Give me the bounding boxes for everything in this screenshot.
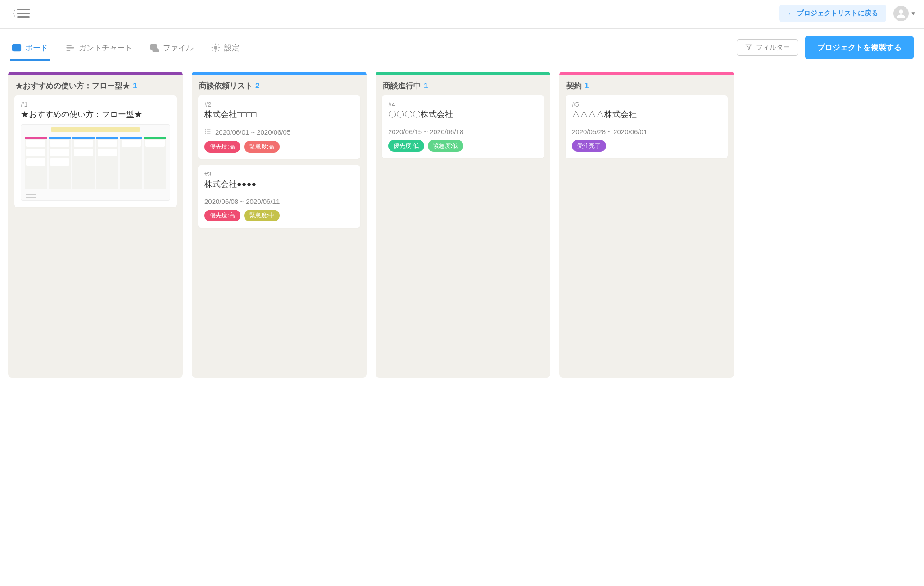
svg-point-5 xyxy=(18,48,19,49)
list-icon xyxy=(204,128,212,136)
card-number: #2 xyxy=(204,101,354,108)
filter-button[interactable]: フィルター xyxy=(737,39,798,56)
column-count: 1 xyxy=(133,81,137,90)
tab-label: ボード xyxy=(25,43,48,53)
column-stripe xyxy=(192,72,367,75)
view-tabs: ボード ガントチャート ファイル 設定 xyxy=(10,39,241,61)
card-number: #5 xyxy=(572,101,721,108)
card-date-range: 2020/06/08 ~ 2020/06/11 xyxy=(204,198,280,205)
tag: 優先度:低 xyxy=(388,140,424,152)
filter-icon xyxy=(745,43,752,52)
duplicate-project-button[interactable]: プロジェクトを複製する xyxy=(805,36,914,59)
svg-point-0 xyxy=(899,9,903,14)
gantt-icon xyxy=(65,43,75,53)
svg-point-10 xyxy=(214,46,217,49)
column-header[interactable]: ★おすすめの使い方：フロー型★1 xyxy=(8,75,183,95)
back-to-project-list[interactable]: ← プロジェクトリストに戻る xyxy=(779,5,886,22)
tab-board[interactable]: ボード xyxy=(10,39,50,61)
gear-icon xyxy=(211,43,221,53)
column-title: 商談進行中 xyxy=(383,81,421,91)
back-label: プロジェクトリストに戻る xyxy=(797,9,878,18)
tag: 緊急度:中 xyxy=(244,210,280,221)
card-date-range: 2020/05/28 ~ 2020/06/01 xyxy=(572,128,647,135)
column-header[interactable]: 商談依頼リスト2 xyxy=(192,75,367,95)
column-title: 契約 xyxy=(566,81,582,91)
card-dates: 2020/06/08 ~ 2020/06/11 xyxy=(204,198,354,205)
column-title: ★おすすめの使い方：フロー型★ xyxy=(15,81,130,91)
tag: 優先度:高 xyxy=(204,141,240,153)
column-body: #4〇〇〇〇株式会社2020/06/15 ~ 2020/06/18優先度:低緊急… xyxy=(376,95,550,164)
column-body: #2株式会社□□□□2020/06/01 ~ 2020/06/05優先度:高緊急… xyxy=(192,95,367,234)
column-count: 1 xyxy=(584,81,589,90)
kanban-board[interactable]: ★おすすめの使い方：フロー型★1#1★おすすめの使い方：フロー型★ 商談依頼リス… xyxy=(0,63,924,386)
tab-label: ガントチャート xyxy=(79,43,132,53)
svg-point-4 xyxy=(18,46,19,47)
tab-gantt[interactable]: ガントチャート xyxy=(63,39,134,61)
column-header[interactable]: 契約1 xyxy=(559,75,734,95)
board-column[interactable]: 商談依頼リスト2#2株式会社□□□□2020/06/01 ~ 2020/06/0… xyxy=(192,72,367,378)
card-title: △△△△株式会社 xyxy=(572,109,721,120)
topbar-right: ← プロジェクトリストに戻る ▼ xyxy=(779,5,916,22)
column-title: 商談依頼リスト xyxy=(199,81,253,91)
column-count: 1 xyxy=(424,81,428,90)
card-title: ★おすすめの使い方：フロー型★ xyxy=(21,109,170,120)
svg-point-16 xyxy=(205,133,206,133)
svg-point-14 xyxy=(205,129,206,130)
toolbar: ボード ガントチャート ファイル 設定 フィルター xyxy=(0,29,924,63)
file-cloud-icon xyxy=(149,43,159,53)
column-stripe xyxy=(559,72,734,75)
card-tags: 優先度:高緊急度:高 xyxy=(204,141,354,153)
tab-label: ファイル xyxy=(163,43,194,53)
tab-label: 設定 xyxy=(224,43,240,53)
kanban-card[interactable]: #5△△△△株式会社2020/05/28 ~ 2020/06/01受注完了 xyxy=(566,95,728,158)
kanban-card[interactable]: #4〇〇〇〇株式会社2020/06/15 ~ 2020/06/18優先度:低緊急… xyxy=(382,95,544,158)
tag: 緊急度:高 xyxy=(244,141,280,153)
filter-label: フィルター xyxy=(756,43,790,52)
card-number: #4 xyxy=(388,101,538,108)
avatar-icon xyxy=(893,6,909,21)
chevron-left-icon: 〈 xyxy=(8,8,16,19)
kanban-card[interactable]: #2株式会社□□□□2020/06/01 ~ 2020/06/05優先度:高緊急… xyxy=(198,95,360,159)
kanban-card[interactable]: #1★おすすめの使い方：フロー型★ xyxy=(14,95,177,207)
column-body: #5△△△△株式会社2020/05/28 ~ 2020/06/01受注完了 xyxy=(559,95,734,164)
card-number: #3 xyxy=(204,171,354,178)
toolbar-actions: フィルター プロジェクトを複製する xyxy=(737,36,914,63)
column-body: #1★おすすめの使い方：フロー型★ xyxy=(8,95,183,213)
card-dates: 2020/05/28 ~ 2020/06/01 xyxy=(572,128,721,135)
card-date-range: 2020/06/15 ~ 2020/06/18 xyxy=(388,128,463,135)
topbar: 〈 ← プロジェクトリストに戻る ▼ xyxy=(0,0,924,29)
card-thumbnail xyxy=(21,124,170,201)
board-column[interactable]: ★おすすめの使い方：フロー型★1#1★おすすめの使い方：フロー型★ xyxy=(8,72,183,378)
tab-settings[interactable]: 設定 xyxy=(209,39,241,61)
board-icon xyxy=(12,43,22,53)
card-title: 株式会社□□□□ xyxy=(204,109,354,120)
column-header[interactable]: 商談進行中1 xyxy=(376,75,550,95)
kanban-card[interactable]: #3株式会社●●●●2020/06/08 ~ 2020/06/11優先度:高緊急… xyxy=(198,165,360,228)
tag: 受注完了 xyxy=(572,140,606,152)
menu-toggle[interactable]: 〈 xyxy=(8,8,30,19)
card-dates: 2020/06/15 ~ 2020/06/18 xyxy=(388,128,538,135)
card-number: #1 xyxy=(21,101,170,108)
column-count: 2 xyxy=(255,81,259,90)
card-dates: 2020/06/01 ~ 2020/06/05 xyxy=(204,128,354,136)
card-tags: 優先度:低緊急度:低 xyxy=(388,140,538,152)
card-tags: 受注完了 xyxy=(572,140,721,152)
duplicate-label: プロジェクトを複製する xyxy=(817,43,901,52)
user-menu[interactable]: ▼ xyxy=(893,6,916,21)
card-tags: 優先度:高緊急度:中 xyxy=(204,210,354,221)
card-title: 株式会社●●●● xyxy=(204,179,354,189)
tag: 緊急度:低 xyxy=(428,140,464,152)
card-date-range: 2020/06/01 ~ 2020/06/05 xyxy=(215,128,290,136)
column-stripe xyxy=(8,72,183,75)
hamburger-icon xyxy=(17,9,30,18)
board-column[interactable]: 商談進行中1#4〇〇〇〇株式会社2020/06/15 ~ 2020/06/18優… xyxy=(376,72,550,378)
board-column[interactable]: 契約1#5△△△△株式会社2020/05/28 ~ 2020/06/01受注完了 xyxy=(559,72,734,378)
svg-point-15 xyxy=(205,131,206,131)
column-stripe xyxy=(376,72,550,75)
arrow-left-icon: ← xyxy=(788,9,794,17)
caret-down-icon: ▼ xyxy=(910,10,916,17)
tab-file[interactable]: ファイル xyxy=(148,39,195,61)
tag: 優先度:高 xyxy=(204,210,240,221)
card-title: 〇〇〇〇株式会社 xyxy=(388,109,538,120)
